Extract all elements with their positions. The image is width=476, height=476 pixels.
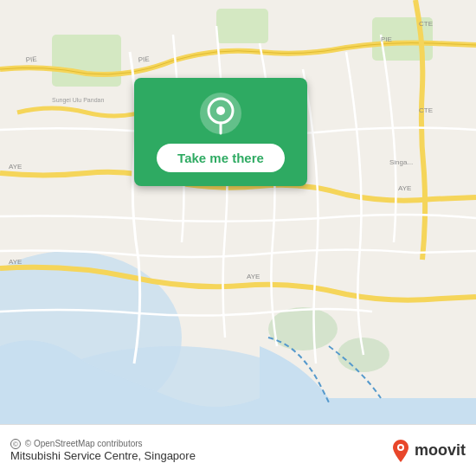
location-card[interactable]: Take me there <box>134 78 307 186</box>
svg-text:PIE: PIE <box>25 55 37 64</box>
svg-text:AYE: AYE <box>9 163 22 170</box>
svg-text:AYE: AYE <box>247 273 260 280</box>
copyright-text: © © OpenStreetMap contributors <box>10 439 196 449</box>
svg-text:CTE: CTE <box>419 20 433 28</box>
copyright-icon: © <box>10 439 21 449</box>
location-pin-icon <box>199 92 242 135</box>
svg-text:PIE: PIE <box>138 55 150 64</box>
moovit-pin-icon <box>390 439 411 463</box>
svg-text:PIE: PIE <box>381 35 392 43</box>
moovit-logo: moovit <box>390 439 466 463</box>
bottom-bar: © © OpenStreetMap contributors Mitsubish… <box>0 424 476 476</box>
svg-point-24 <box>399 446 402 449</box>
location-name: Mitsubishi Service Centre, Singapore <box>10 449 196 462</box>
take-me-there-button[interactable]: Take me there <box>157 144 285 172</box>
svg-text:AYE: AYE <box>9 258 22 266</box>
svg-text:CTE: CTE <box>419 106 433 114</box>
moovit-brand-text: moovit <box>415 441 466 460</box>
bottom-info: © © OpenStreetMap contributors Mitsubish… <box>10 439 196 462</box>
svg-rect-4 <box>216 9 268 43</box>
svg-rect-3 <box>52 35 121 87</box>
svg-text:AYE: AYE <box>398 184 411 192</box>
svg-text:Sungei Ulu Pandan: Sungei Ulu Pandan <box>52 97 104 104</box>
map-container: PIE PIE PIE AYE AYE AYE AYE AYE CTE CTE … <box>0 0 476 424</box>
svg-text:Singa...: Singa... <box>389 158 413 166</box>
svg-point-22 <box>216 106 225 115</box>
svg-point-6 <box>268 307 338 351</box>
